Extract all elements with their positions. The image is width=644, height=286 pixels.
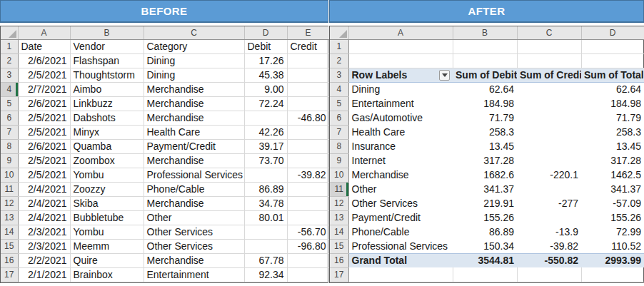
- cell[interactable]: [453, 267, 517, 282]
- cell[interactable]: 72.99: [581, 225, 644, 239]
- cell[interactable]: 62.64: [453, 82, 517, 96]
- cell[interactable]: 2/4/2021: [18, 196, 70, 210]
- cell[interactable]: 72.24: [244, 96, 287, 111]
- cell[interactable]: 13.45: [453, 139, 517, 153]
- cell[interactable]: [517, 210, 581, 225]
- cell[interactable]: Dining: [348, 82, 453, 96]
- cell[interactable]: Entertainment: [348, 96, 453, 111]
- row-header[interactable]: 6: [1, 111, 18, 125]
- row-header[interactable]: 2: [1, 53, 18, 68]
- cell[interactable]: [287, 53, 329, 68]
- cell[interactable]: 9.00: [244, 82, 287, 96]
- cell[interactable]: Brainbox: [70, 267, 144, 282]
- cell[interactable]: Yombu: [70, 168, 144, 182]
- cell[interactable]: 73.70: [244, 153, 287, 168]
- cell[interactable]: [287, 267, 329, 282]
- cell[interactable]: Payment/Credit: [348, 210, 453, 225]
- column-header[interactable]: D: [581, 26, 644, 39]
- cell[interactable]: 110.52: [581, 239, 644, 253]
- cell[interactable]: Health Care: [348, 125, 453, 139]
- cell[interactable]: Sum of Total: [581, 68, 644, 82]
- cell[interactable]: 317.28: [581, 153, 644, 168]
- cell[interactable]: Phone/Cable: [144, 182, 244, 196]
- row-header[interactable]: 8: [1, 139, 18, 153]
- column-header[interactable]: C: [517, 26, 581, 39]
- cell[interactable]: Other Services: [348, 196, 453, 210]
- cell[interactable]: -57.09: [581, 196, 644, 210]
- cell[interactable]: [287, 253, 329, 267]
- cell[interactable]: [287, 196, 329, 210]
- row-header[interactable]: 8: [330, 139, 348, 153]
- cell[interactable]: [453, 39, 517, 53]
- cell[interactable]: -39.82: [517, 239, 581, 253]
- cell[interactable]: -550.82: [517, 253, 581, 267]
- cell[interactable]: 1682.6: [453, 168, 517, 182]
- row-header[interactable]: 17: [1, 267, 18, 282]
- cell[interactable]: [517, 267, 581, 282]
- cell[interactable]: -277: [517, 196, 581, 210]
- cell[interactable]: 62.64: [581, 82, 644, 96]
- row-header[interactable]: 5: [330, 96, 348, 111]
- row-header[interactable]: 7: [1, 125, 18, 139]
- column-header[interactable]: A: [348, 26, 453, 39]
- row-header[interactable]: 10: [330, 168, 348, 182]
- cell[interactable]: Meemm: [70, 239, 144, 253]
- cell[interactable]: Zoozzy: [70, 182, 144, 196]
- cell[interactable]: Yombu: [70, 225, 144, 239]
- row-header[interactable]: 6: [330, 111, 348, 125]
- cell[interactable]: Credit: [287, 39, 329, 53]
- cell[interactable]: [581, 267, 644, 282]
- cell[interactable]: Minyx: [70, 125, 144, 139]
- cell[interactable]: 155.26: [581, 210, 644, 225]
- column-header[interactable]: A: [18, 26, 70, 39]
- cell[interactable]: 2/4/2021: [18, 182, 70, 196]
- row-header[interactable]: 17: [330, 267, 348, 282]
- cell[interactable]: 86.89: [244, 182, 287, 196]
- cell[interactable]: [287, 68, 329, 82]
- cell[interactable]: Other: [348, 182, 453, 196]
- cell[interactable]: Professional Services: [144, 168, 244, 182]
- cell[interactable]: Internet: [348, 153, 453, 168]
- cell[interactable]: Sum of Debit: [453, 68, 517, 82]
- row-header[interactable]: 14: [1, 225, 18, 239]
- cell[interactable]: Vendor: [70, 39, 144, 53]
- cell[interactable]: 155.26: [453, 210, 517, 225]
- cell[interactable]: 184.98: [581, 96, 644, 111]
- cell[interactable]: 219.91: [453, 196, 517, 210]
- cell[interactable]: Skiba: [70, 196, 144, 210]
- cell[interactable]: [581, 39, 644, 53]
- cell[interactable]: Bubbletube: [70, 210, 144, 225]
- cell[interactable]: 258.3: [581, 125, 644, 139]
- cell[interactable]: -56.70: [287, 225, 329, 239]
- cell[interactable]: [244, 111, 287, 125]
- cell[interactable]: Category: [144, 39, 244, 53]
- cell[interactable]: 71.79: [453, 111, 517, 125]
- column-header[interactable]: B: [453, 26, 517, 39]
- cell[interactable]: [287, 153, 329, 168]
- cell[interactable]: Insurance: [348, 139, 453, 153]
- cell[interactable]: 17.26: [244, 53, 287, 68]
- cell[interactable]: Flashspan: [70, 53, 144, 68]
- cell[interactable]: 317.28: [453, 153, 517, 168]
- cell[interactable]: Linkbuzz: [70, 96, 144, 111]
- cell[interactable]: [348, 267, 453, 282]
- cell[interactable]: [517, 125, 581, 139]
- select-all-corner[interactable]: [1, 26, 18, 39]
- cell[interactable]: Aimbo: [70, 82, 144, 96]
- row-header[interactable]: 9: [330, 153, 348, 168]
- cell[interactable]: 2/3/2021: [18, 239, 70, 253]
- cell[interactable]: Entertainment: [144, 267, 244, 282]
- cell[interactable]: 42.26: [244, 125, 287, 139]
- cell[interactable]: 45.38: [244, 68, 287, 82]
- cell[interactable]: -96.80: [287, 239, 329, 253]
- cell[interactable]: [348, 39, 453, 53]
- cell[interactable]: [517, 39, 581, 53]
- cell[interactable]: 2/5/2021: [18, 111, 70, 125]
- cell[interactable]: 2/6/2021: [18, 139, 70, 153]
- row-header[interactable]: 15: [1, 239, 18, 253]
- cell[interactable]: Merchandise: [144, 111, 244, 125]
- row-header[interactable]: 1: [1, 39, 18, 53]
- row-header[interactable]: 2: [330, 53, 348, 68]
- row-header[interactable]: 3: [330, 68, 348, 82]
- cell[interactable]: [517, 82, 581, 96]
